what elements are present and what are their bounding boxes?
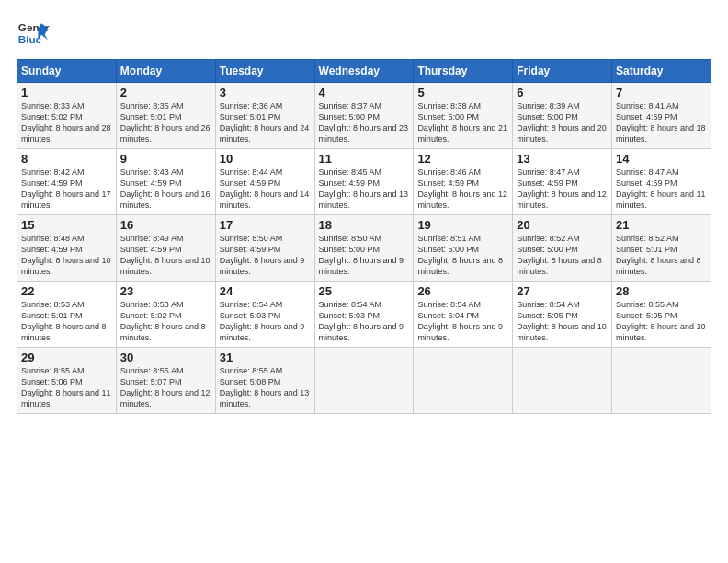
- weekday-header-thursday: Thursday: [414, 60, 513, 83]
- day-info: Sunrise: 8:55 AMSunset: 5:06 PMDaylight:…: [21, 366, 111, 408]
- day-info: Sunrise: 8:39 AMSunset: 5:00 PMDaylight:…: [517, 101, 607, 144]
- calendar-cell: 22Sunrise: 8:53 AMSunset: 5:01 PMDayligh…: [17, 282, 117, 348]
- day-info: Sunrise: 8:37 AMSunset: 5:00 PMDaylight:…: [319, 101, 409, 144]
- calendar-cell: 2Sunrise: 8:35 AMSunset: 5:01 PMDaylight…: [116, 83, 215, 149]
- day-info: Sunrise: 8:42 AMSunset: 4:59 PMDaylight:…: [21, 167, 111, 210]
- day-number: 26: [417, 284, 508, 298]
- day-number: 30: [120, 350, 211, 364]
- day-info: Sunrise: 8:43 AMSunset: 4:59 PMDaylight:…: [120, 167, 210, 210]
- day-info: Sunrise: 8:52 AMSunset: 5:00 PMDaylight:…: [517, 234, 602, 276]
- calendar-cell: 7Sunrise: 8:41 AMSunset: 4:59 PMDaylight…: [612, 83, 711, 149]
- day-info: Sunrise: 8:41 AMSunset: 4:59 PMDaylight:…: [616, 101, 706, 144]
- calendar-cell: [314, 348, 414, 414]
- calendar-cell: 13Sunrise: 8:47 AMSunset: 4:59 PMDayligh…: [513, 149, 612, 215]
- weekday-header-wednesday: Wednesday: [314, 60, 414, 83]
- day-number: 24: [220, 284, 311, 298]
- day-number: 17: [220, 218, 311, 232]
- day-number: 28: [616, 284, 707, 298]
- day-number: 19: [417, 218, 508, 232]
- logo-icon: General Blue: [17, 17, 50, 50]
- calendar-week-row: 15Sunrise: 8:48 AMSunset: 4:59 PMDayligh…: [17, 215, 711, 282]
- weekday-header-tuesday: Tuesday: [215, 60, 314, 83]
- day-number: 21: [616, 218, 707, 232]
- calendar-cell: [513, 348, 612, 414]
- day-info: Sunrise: 8:38 AMSunset: 5:00 PMDaylight:…: [417, 101, 507, 144]
- day-info: Sunrise: 8:55 AMSunset: 5:07 PMDaylight:…: [120, 366, 210, 408]
- calendar-cell: 23Sunrise: 8:53 AMSunset: 5:02 PMDayligh…: [116, 282, 215, 348]
- day-number: 20: [517, 218, 608, 232]
- day-info: Sunrise: 8:45 AMSunset: 4:59 PMDaylight:…: [319, 167, 409, 210]
- day-info: Sunrise: 8:46 AMSunset: 4:59 PMDaylight:…: [417, 167, 507, 210]
- day-info: Sunrise: 8:54 AMSunset: 5:03 PMDaylight:…: [319, 300, 404, 342]
- day-number: 25: [319, 284, 410, 298]
- day-number: 11: [319, 152, 410, 166]
- weekday-header-friday: Friday: [513, 60, 612, 83]
- calendar-cell: 14Sunrise: 8:47 AMSunset: 4:59 PMDayligh…: [612, 149, 711, 215]
- calendar-cell: 26Sunrise: 8:54 AMSunset: 5:04 PMDayligh…: [414, 282, 513, 348]
- calendar-cell: 24Sunrise: 8:54 AMSunset: 5:03 PMDayligh…: [215, 282, 314, 348]
- calendar-cell: 10Sunrise: 8:44 AMSunset: 4:59 PMDayligh…: [215, 149, 314, 215]
- calendar-cell: 6Sunrise: 8:39 AMSunset: 5:00 PMDaylight…: [513, 83, 612, 149]
- calendar-cell: 11Sunrise: 8:45 AMSunset: 4:59 PMDayligh…: [314, 149, 414, 215]
- logo: General Blue: [17, 17, 50, 50]
- day-info: Sunrise: 8:51 AMSunset: 5:00 PMDaylight:…: [417, 234, 503, 276]
- day-number: 31: [220, 350, 311, 364]
- day-info: Sunrise: 8:55 AMSunset: 5:08 PMDaylight:…: [220, 366, 310, 408]
- calendar-cell: [414, 348, 513, 414]
- day-number: 14: [616, 152, 707, 166]
- day-number: 4: [319, 86, 410, 99]
- day-number: 13: [517, 152, 608, 166]
- day-number: 5: [417, 86, 508, 99]
- calendar-cell: 19Sunrise: 8:51 AMSunset: 5:00 PMDayligh…: [414, 215, 513, 282]
- calendar-week-row: 29Sunrise: 8:55 AMSunset: 5:06 PMDayligh…: [17, 348, 711, 414]
- calendar-cell: 16Sunrise: 8:49 AMSunset: 4:59 PMDayligh…: [116, 215, 215, 282]
- day-info: Sunrise: 8:36 AMSunset: 5:01 PMDaylight:…: [220, 101, 310, 144]
- calendar-cell: 27Sunrise: 8:54 AMSunset: 5:05 PMDayligh…: [513, 282, 612, 348]
- calendar-cell: 1Sunrise: 8:33 AMSunset: 5:02 PMDaylight…: [17, 83, 117, 149]
- calendar-cell: 17Sunrise: 8:50 AMSunset: 4:59 PMDayligh…: [215, 215, 314, 282]
- day-number: 29: [21, 350, 112, 364]
- day-number: 23: [120, 284, 211, 298]
- day-info: Sunrise: 8:53 AMSunset: 5:01 PMDaylight:…: [21, 300, 107, 342]
- day-number: 22: [21, 284, 112, 298]
- calendar-table: SundayMondayTuesdayWednesdayThursdayFrid…: [17, 59, 711, 414]
- day-number: 7: [616, 86, 707, 99]
- calendar-cell: 3Sunrise: 8:36 AMSunset: 5:01 PMDaylight…: [215, 83, 314, 149]
- day-info: Sunrise: 8:55 AMSunset: 5:05 PMDaylight:…: [616, 300, 706, 342]
- day-number: 16: [120, 218, 211, 232]
- day-number: 2: [120, 86, 211, 99]
- calendar-cell: 8Sunrise: 8:42 AMSunset: 4:59 PMDaylight…: [17, 149, 117, 215]
- day-number: 12: [417, 152, 508, 166]
- day-info: Sunrise: 8:53 AMSunset: 5:02 PMDaylight:…: [120, 300, 206, 342]
- day-info: Sunrise: 8:47 AMSunset: 4:59 PMDaylight:…: [517, 167, 607, 210]
- calendar-cell: [612, 348, 711, 414]
- day-info: Sunrise: 8:54 AMSunset: 5:05 PMDaylight:…: [517, 300, 607, 342]
- day-number: 18: [319, 218, 410, 232]
- calendar-cell: 4Sunrise: 8:37 AMSunset: 5:00 PMDaylight…: [314, 83, 414, 149]
- weekday-header-monday: Monday: [116, 60, 215, 83]
- calendar-week-row: 1Sunrise: 8:33 AMSunset: 5:02 PMDaylight…: [17, 83, 711, 149]
- weekday-header-saturday: Saturday: [612, 60, 711, 83]
- header: General Blue: [17, 17, 711, 50]
- calendar-cell: 12Sunrise: 8:46 AMSunset: 4:59 PMDayligh…: [414, 149, 513, 215]
- calendar-cell: 28Sunrise: 8:55 AMSunset: 5:05 PMDayligh…: [612, 282, 711, 348]
- calendar-cell: 18Sunrise: 8:50 AMSunset: 5:00 PMDayligh…: [314, 215, 414, 282]
- day-number: 27: [517, 284, 608, 298]
- day-info: Sunrise: 8:47 AMSunset: 4:59 PMDaylight:…: [616, 167, 706, 210]
- day-info: Sunrise: 8:54 AMSunset: 5:04 PMDaylight:…: [417, 300, 503, 342]
- day-info: Sunrise: 8:48 AMSunset: 4:59 PMDaylight:…: [21, 234, 111, 276]
- day-info: Sunrise: 8:35 AMSunset: 5:01 PMDaylight:…: [120, 101, 210, 144]
- day-number: 15: [21, 218, 112, 232]
- day-number: 9: [120, 152, 211, 166]
- day-info: Sunrise: 8:50 AMSunset: 5:00 PMDaylight:…: [319, 234, 404, 276]
- day-info: Sunrise: 8:54 AMSunset: 5:03 PMDaylight:…: [220, 300, 305, 342]
- calendar-cell: 20Sunrise: 8:52 AMSunset: 5:00 PMDayligh…: [513, 215, 612, 282]
- calendar-cell: 30Sunrise: 8:55 AMSunset: 5:07 PMDayligh…: [116, 348, 215, 414]
- day-info: Sunrise: 8:52 AMSunset: 5:01 PMDaylight:…: [616, 234, 701, 276]
- day-number: 6: [517, 86, 608, 99]
- calendar-cell: 21Sunrise: 8:52 AMSunset: 5:01 PMDayligh…: [612, 215, 711, 282]
- calendar-page: General Blue SundayMondayTuesdayWednesda…: [0, 0, 728, 563]
- day-info: Sunrise: 8:44 AMSunset: 4:59 PMDaylight:…: [220, 167, 310, 210]
- calendar-week-row: 8Sunrise: 8:42 AMSunset: 4:59 PMDaylight…: [17, 149, 711, 215]
- day-number: 3: [220, 86, 311, 99]
